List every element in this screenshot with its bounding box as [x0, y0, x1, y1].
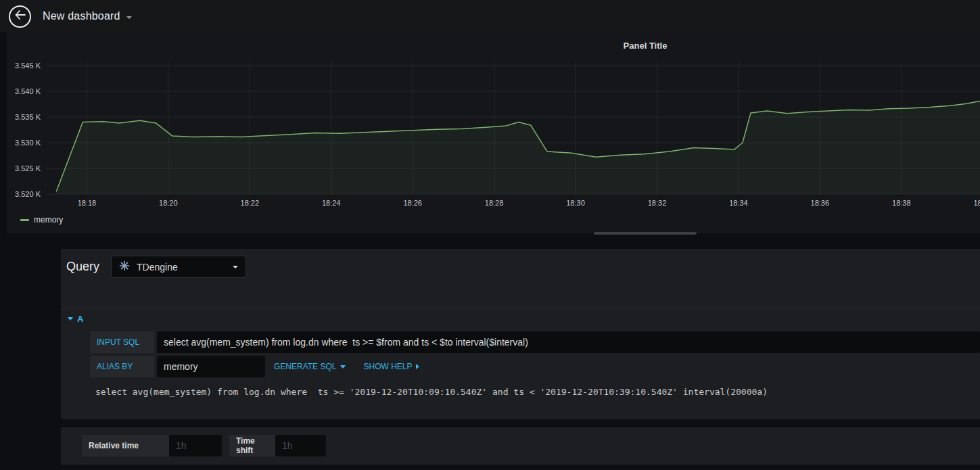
svg-text:3.530 K: 3.530 K [15, 139, 41, 147]
svg-text:3.525 K: 3.525 K [15, 164, 41, 172]
editor-tab-bar [0, 233, 51, 470]
datasource-name: TDengine [137, 262, 226, 273]
generated-sql-text: select avg(mem_system) from log.dn where… [95, 387, 768, 397]
show-help-label: SHOW HELP [363, 362, 412, 371]
datasource-select[interactable]: TDengine [111, 256, 246, 278]
svg-text:18:28: 18:28 [485, 199, 504, 207]
svg-text:18:18: 18:18 [78, 199, 97, 207]
svg-text:18:38: 18:38 [892, 199, 911, 207]
input-sql-field[interactable] [157, 331, 980, 353]
query-ref-id: A [77, 314, 83, 324]
svg-text:18:34: 18:34 [729, 199, 748, 207]
generate-sql-button[interactable]: GENERATE SQL [265, 356, 354, 377]
svg-text:18:32: 18:32 [648, 199, 667, 207]
back-button[interactable] [9, 5, 31, 28]
svg-text:3.545 K: 3.545 K [15, 62, 41, 70]
collapse-caret-icon [68, 317, 73, 321]
chevron-right-icon [416, 364, 419, 369]
svg-text:18:26: 18:26 [403, 199, 422, 207]
time-options-pane: Relative time Time shift [61, 427, 980, 465]
panel-title[interactable]: Panel Title [624, 41, 668, 51]
legend-label: memory [34, 215, 63, 225]
query-row-collapse[interactable]: A [61, 308, 980, 324]
legend-color-swatch [20, 219, 29, 221]
time-options-row: Relative time Time shift [82, 435, 326, 456]
time-shift-label: Time shift [229, 435, 275, 456]
relative-time-field[interactable] [169, 435, 222, 456]
svg-text:18:24: 18:24 [322, 199, 341, 207]
legend-item-memory[interactable]: memory [20, 215, 63, 225]
svg-text:18:40: 18:40 [973, 199, 980, 207]
query-header: Query TDengine [66, 256, 246, 278]
dashboard-title-dropdown[interactable]: New dashboard [43, 10, 132, 22]
tdengine-logo-icon [119, 260, 130, 274]
chevron-down-icon [340, 365, 346, 369]
top-header: New dashboard [0, 0, 980, 32]
svg-text:3.535 K: 3.535 K [15, 113, 41, 121]
relative-time-label: Relative time [82, 435, 169, 456]
chevron-down-icon [126, 16, 132, 19]
alias-by-row: ALIAS BY GENERATE SQL SHOW HELP [90, 356, 980, 377]
timeseries-chart: 3.520 K3.525 K3.530 K3.535 K3.540 K3.545… [0, 55, 980, 214]
svg-text:18:20: 18:20 [159, 199, 178, 207]
alias-by-field[interactable] [157, 356, 265, 377]
show-help-button[interactable]: SHOW HELP [354, 356, 428, 377]
input-sql-row: INPUT SQL [90, 331, 980, 353]
back-arrow-icon [15, 10, 26, 22]
chevron-down-icon [233, 266, 238, 268]
svg-text:18:22: 18:22 [241, 199, 260, 207]
svg-text:3.540 K: 3.540 K [15, 87, 41, 95]
svg-text:3.520 K: 3.520 K [15, 190, 41, 198]
dashboard-title: New dashboard [43, 10, 120, 22]
svg-text:18:36: 18:36 [811, 199, 830, 207]
query-editor-pane: Query TDengine A INPUT SQL ALIAS BY GENE… [61, 249, 980, 419]
time-shift-field[interactable] [275, 435, 326, 456]
svg-text:18:30: 18:30 [566, 199, 585, 207]
alias-by-label: ALIAS BY [90, 356, 154, 377]
query-section-title: Query [66, 260, 99, 274]
panel-resize-handle[interactable] [594, 232, 697, 235]
generate-sql-label: GENERATE SQL [274, 362, 336, 371]
input-sql-label: INPUT SQL [90, 331, 154, 353]
